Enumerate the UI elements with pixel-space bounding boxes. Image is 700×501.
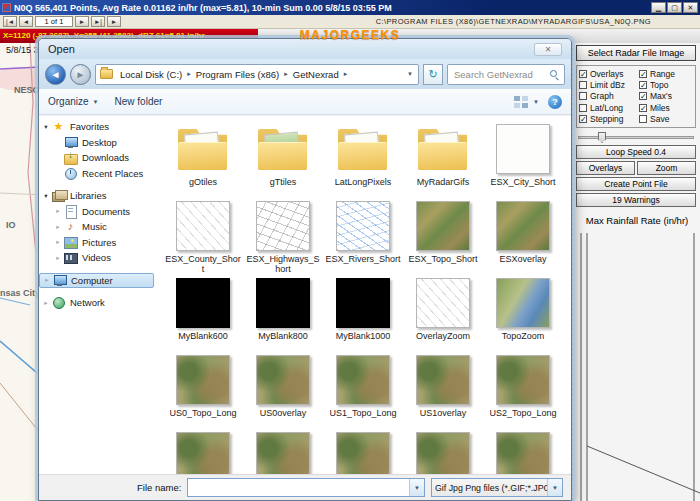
collapsed-expander-icon[interactable]: ▸ [53,254,63,262]
file-name-input[interactable] [188,482,409,493]
file-item-esx-highways-short[interactable]: ESX_Highways_Short [243,197,323,274]
file-item-overlayzoom[interactable]: OverlayZoom [403,274,483,351]
checkbox-topo[interactable]: ✓Topo [639,80,695,91]
loop-speed-slider[interactable] [578,132,694,143]
file-type-combo[interactable]: Gif Jpg Png files (*.GIF;*.JPG;*.P ▼ [431,478,563,497]
sidebar-item-recent-places[interactable]: Recent Places [39,166,157,182]
checkbox-save[interactable]: Save [639,114,695,125]
collapsed-expander-icon[interactable]: ▸ [53,207,63,215]
file-item-myradargifs[interactable]: MyRadarGifs [403,120,483,197]
dialog-close-icon[interactable]: ✕ [534,43,562,56]
file-item-topozoom[interactable]: TopoZoom [483,274,563,351]
checkbox-graph[interactable]: Graph [579,91,639,102]
file-item-esxoverlay[interactable]: ESXoverlay [483,197,563,274]
file-item-esx-topo-short[interactable]: ESX_Topo_Short [403,197,483,274]
sidebar-item-downloads[interactable]: Downloads [39,150,157,166]
address-dropdown-icon[interactable]: ▼ [403,71,417,77]
file-item-partial[interactable] [323,428,403,474]
file-item-myblank1000[interactable]: MyBlank1000 [323,274,403,351]
overlays-button[interactable]: Overlays [576,161,635,175]
file-item-partial[interactable] [243,428,323,474]
chevron-down-icon[interactable]: ▼ [547,479,562,496]
play-icon[interactable]: ► [107,16,121,27]
search-input[interactable] [452,68,549,81]
options-group: ✓Overlays✓RangeLimit dBz✓TopoGraph✓Max's… [576,65,696,128]
file-item-esx-rivers-short[interactable]: ESX_Rivers_Short [323,197,403,274]
address-bar: ◄ ► Local Disk (C:)▸Program Files (x86)▸… [39,59,571,89]
sidebar-item-music[interactable]: ▸Music [39,219,157,235]
file-item-partial[interactable] [483,428,563,474]
file-item-partial[interactable] [163,428,243,474]
checkbox-max-s[interactable]: ✓Max's [639,91,695,102]
checkbox-range[interactable]: ✓Range [639,68,695,79]
breadcrumb[interactable]: Local Disk (C:)▸Program Files (x86)▸GetN… [95,64,419,85]
breadcrumb-item-program-files-x86[interactable]: Program Files (x86) [192,68,283,81]
new-folder-button[interactable]: New folder [115,96,163,107]
file-item-us0overlay[interactable]: US0overlay [243,351,323,428]
file-name: MyBlank1000 [336,331,391,341]
checkbox-label: Miles [650,103,670,113]
file-item-us1overlay[interactable]: US1overlay [403,351,483,428]
checkbox-limit-dbz[interactable]: Limit dBz [579,80,639,91]
breadcrumb-item-getnexrad[interactable]: GetNexrad [289,68,343,81]
checkbox-miles[interactable]: ✓Miles [639,102,695,113]
warnings-button[interactable]: 19 Warnings [576,193,696,207]
collapsed-expander-icon[interactable]: ▸ [41,299,51,307]
select-radar-file-button[interactable]: Select Radar File Image [576,45,696,61]
search-box[interactable] [447,64,565,85]
sidebar-item-network[interactable]: ▸Network [39,295,157,311]
forward-icon[interactable]: ► [70,64,91,85]
sidebar-item-documents[interactable]: ▸Documents [39,204,157,220]
checkbox-overlays[interactable]: ✓Overlays [579,68,639,79]
toolbar-right: ▼ ? [514,95,562,109]
prev-frame-icon[interactable]: ◄ [19,16,33,27]
collapsed-expander-icon[interactable]: ▸ [53,238,63,246]
file-item-myblank800[interactable]: MyBlank800 [243,274,323,351]
first-frame-icon[interactable]: |◄ [3,16,17,27]
file-item-myblank600[interactable]: MyBlank600 [163,274,243,351]
zoom-button[interactable]: Zoom [637,161,696,175]
file-item-gttiles[interactable]: gTtiles [243,120,323,197]
sidebar-item-favorites[interactable]: ▾Favorites [39,119,157,135]
expanded-expander-icon[interactable]: ▾ [41,192,51,200]
back-icon[interactable]: ◄ [45,64,66,85]
refresh-icon[interactable]: ↻ [423,64,443,85]
collapsed-expander-icon[interactable]: ▸ [42,276,52,284]
file-name: MyRadarGifs [417,177,470,187]
file-item-partial[interactable] [403,428,483,474]
sidebar-item-pictures[interactable]: ▸Pictures [39,235,157,251]
file-item-esx-city-short[interactable]: ESX_City_Short [483,120,563,197]
close-icon[interactable]: ✕ [683,2,698,13]
downloads-icon [63,151,78,164]
slider-thumb-icon[interactable] [598,132,606,143]
file-item-esx-county-short[interactable]: ESX_County_Short [163,197,243,274]
file-item-us0-topo-long[interactable]: US0_Topo_Long [163,351,243,428]
collapsed-expander-icon[interactable]: ▸ [53,223,63,231]
expanded-expander-icon[interactable]: ▾ [41,123,51,131]
checkbox-stepping[interactable]: ✓Stepping [579,114,639,125]
file-name-combo[interactable]: ▼ [187,478,425,497]
breadcrumb-item-local-disk-c[interactable]: Local Disk (C:) [116,68,186,81]
sidebar-item-computer[interactable]: ▸Computer [39,273,154,289]
file-item-us2-topo-long[interactable]: US2_Topo_Long [483,351,563,428]
file-item-gotiles[interactable]: gOtiles [163,120,243,197]
create-point-file-button[interactable]: Create Point File [576,177,696,191]
next-frame-icon[interactable]: ► [75,16,89,27]
recent-icon [63,167,78,180]
file-item-latlongpixels[interactable]: LatLongPixels [323,120,403,197]
organize-button[interactable]: Organize ▼ [48,96,99,107]
chevron-down-icon[interactable]: ▼ [409,479,424,496]
minimize-icon[interactable]: ▁ [651,2,666,13]
file-item-us1-topo-long[interactable]: US1_Topo_Long [323,351,403,428]
checkbox-lat-long[interactable]: Lat/Long [579,102,639,113]
maximize-icon[interactable]: ▢ [667,2,682,13]
last-frame-icon[interactable]: ►| [91,16,105,27]
sidebar-item-desktop[interactable]: Desktop [39,135,157,151]
breadcrumb-separator-icon[interactable]: ▸ [343,70,349,78]
views-button[interactable]: ▼ [514,96,539,108]
checkbox-icon: ✓ [639,81,647,89]
sidebar-item-videos[interactable]: ▸Videos [39,250,157,266]
checkbox-icon: ✓ [639,70,647,78]
sidebar-item-libraries[interactable]: ▾Libraries [39,188,157,204]
help-icon[interactable]: ? [548,95,562,109]
